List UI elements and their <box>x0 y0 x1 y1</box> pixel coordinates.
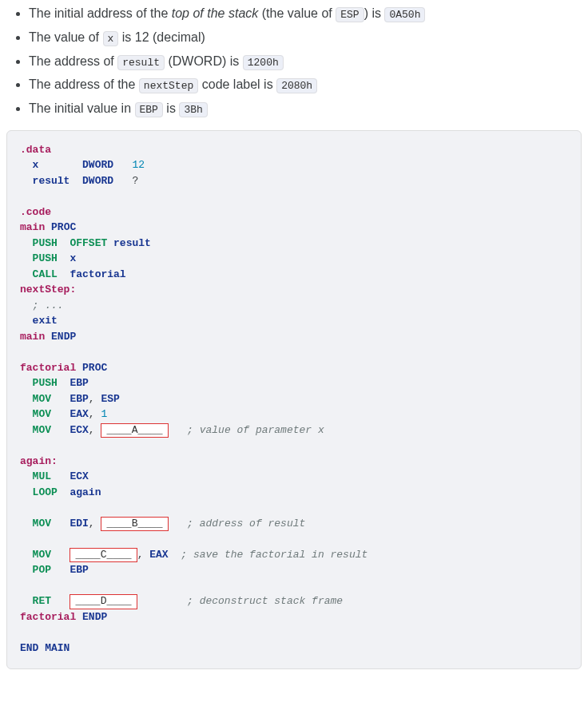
inline-code: nextStep <box>139 78 198 93</box>
instruction: RET <box>33 595 51 607</box>
list-item: The value of x is 12 (decimal) <box>29 28 582 48</box>
comment: ; value of parameter x <box>187 424 324 436</box>
keyword: ENDP <box>51 331 76 343</box>
comma: , <box>137 549 144 561</box>
comma: , <box>89 518 95 530</box>
register: EBP <box>70 377 88 389</box>
instruction: MOV <box>33 408 51 420</box>
code-label: nextStep: <box>20 284 76 296</box>
register: EAX <box>149 549 168 561</box>
comma: , <box>89 424 95 436</box>
instruction: LOOP <box>33 486 58 498</box>
identifier: x <box>33 159 39 171</box>
register: ESP <box>101 393 119 405</box>
text: The address of the <box>29 77 139 91</box>
identifier: again <box>70 486 101 498</box>
text: The value of <box>29 30 103 44</box>
proc-label: main <box>20 331 45 343</box>
keyword: PROC <box>82 362 107 374</box>
text: ) is <box>364 6 385 20</box>
type-keyword: DWORD <box>82 159 113 171</box>
text: The initial address of the <box>29 6 172 20</box>
identifier: exit <box>33 315 58 327</box>
register: ECX <box>70 470 88 482</box>
instruction: MOV <box>33 549 51 561</box>
register: ECX <box>70 424 88 436</box>
comment: ; save the factorial in result <box>181 549 368 561</box>
identifier: MAIN <box>45 642 70 654</box>
code-label: again: <box>20 455 58 467</box>
inline-value: 0A50h <box>384 7 425 22</box>
instruction: PUSH <box>33 377 58 389</box>
keyword: OFFSET <box>70 237 107 249</box>
text: code label is <box>198 77 276 91</box>
text: (the value of <box>258 6 336 20</box>
number-literal: 12 <box>132 159 145 171</box>
identifier: factorial <box>70 268 125 280</box>
blank-field-b[interactable]: ____B____ <box>101 517 168 531</box>
text: is 12 (decimal) <box>118 30 205 44</box>
identifier: result <box>33 175 70 187</box>
directive: .data <box>20 144 51 156</box>
proc-label: factorial <box>20 611 76 623</box>
inline-code: EBP <box>135 102 163 117</box>
comment: ; address of result <box>187 518 305 530</box>
emphasis: top of the stack <box>172 6 259 20</box>
register: EDI <box>70 518 88 530</box>
list-item: The initial address of the top of the st… <box>29 4 582 24</box>
instruction: CALL <box>33 268 58 280</box>
text: is <box>163 101 179 115</box>
keyword: END <box>20 642 38 654</box>
type-keyword: DWORD <box>82 175 113 187</box>
bullet-list: The initial address of the top of the st… <box>6 4 582 119</box>
inline-code: result <box>117 55 165 70</box>
inline-value: 1200h <box>243 55 284 70</box>
inline-value: 2080h <box>276 78 317 93</box>
text: The address of <box>29 54 117 68</box>
instruction: POP <box>33 564 51 576</box>
blank-field-a[interactable]: ____A____ <box>101 423 168 438</box>
comment: ; deconstruct stack frame <box>187 595 343 607</box>
proc-label: main <box>20 221 45 233</box>
instruction: MOV <box>33 518 51 530</box>
comma: , <box>89 408 95 420</box>
list-item: The address of result (DWORD) is 1200h <box>29 52 582 72</box>
inline-code: x <box>103 31 119 46</box>
instruction: MUL <box>33 470 51 482</box>
instruction: MOV <box>33 393 51 405</box>
keyword: PROC <box>51 221 76 233</box>
list-item: The initial value in EBP is 3Bh <box>29 99 582 119</box>
register: EBP <box>70 393 88 405</box>
text: (DWORD) is <box>165 54 243 68</box>
instruction: PUSH <box>33 252 58 264</box>
proc-label: factorial <box>20 362 76 374</box>
instruction: PUSH <box>33 237 58 249</box>
identifier: x <box>70 252 76 264</box>
inline-value: 3Bh <box>179 102 207 117</box>
identifier: result <box>113 237 151 249</box>
blank-field-d[interactable]: ____D____ <box>70 594 137 609</box>
list-item: The address of the nextStep code label i… <box>29 75 582 95</box>
instruction: MOV <box>33 424 51 436</box>
comment: ; ... <box>33 299 64 311</box>
number-literal: 1 <box>101 408 107 420</box>
text: The initial value in <box>29 101 135 115</box>
directive: .code <box>20 206 51 218</box>
unknown-literal: ? <box>132 175 138 187</box>
register: EAX <box>70 408 88 420</box>
register: EBP <box>70 564 88 576</box>
blank-field-c[interactable]: ____C____ <box>70 548 137 562</box>
keyword: ENDP <box>82 611 107 623</box>
code-block: .data x DWORD 12 result DWORD ? .code ma… <box>6 130 582 670</box>
comma: , <box>89 393 95 405</box>
inline-code: ESP <box>336 7 364 22</box>
